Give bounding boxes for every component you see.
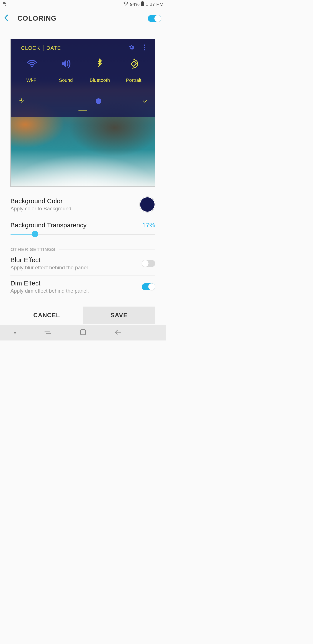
background-color-row[interactable]: Background Color Apply color to Backgrou… <box>10 193 155 217</box>
dim-effect-row[interactable]: Dim Effect Apply dim effect behind the p… <box>10 276 155 299</box>
battery-icon <box>141 1 144 8</box>
notification-panel-preview: CLOCK DATE Wi-Fi <box>11 39 155 117</box>
background-color-swatch[interactable] <box>140 197 155 212</box>
battery-pct: 94% <box>130 2 140 7</box>
clock-time: 1:27 PM <box>146 2 163 7</box>
qs-label: Bluetooth <box>90 73 110 83</box>
system-nav-bar <box>0 325 166 340</box>
app-header: COLORING <box>0 9 166 28</box>
button-bar: CANCEL SAVE <box>10 306 155 324</box>
transparency-value: 17% <box>142 222 155 229</box>
save-button[interactable]: SAVE <box>83 306 155 324</box>
setting-desc: Apply color to Background. <box>10 206 140 212</box>
svg-rect-1 <box>141 2 144 6</box>
setting-desc: Apply blur effect behind the panel. <box>10 264 142 271</box>
page-title: COLORING <box>13 14 148 22</box>
qs-wifi: Wi-Fi <box>15 58 49 87</box>
coloring-master-toggle[interactable] <box>148 15 161 22</box>
setting-title: Background Color <box>10 197 140 205</box>
svg-rect-7 <box>80 330 86 335</box>
svg-point-4 <box>144 49 145 50</box>
dim-effect-toggle[interactable] <box>142 283 155 290</box>
gear-icon <box>128 44 135 52</box>
setting-desc: Apply dim effect behind the panel. <box>10 288 142 294</box>
bluetooth-icon <box>96 58 103 69</box>
svg-point-6 <box>20 100 22 102</box>
home-button[interactable] <box>80 329 86 336</box>
setting-title: Dim Effect <box>10 280 142 287</box>
qs-label: Wi-Fi <box>26 73 37 83</box>
svg-point-3 <box>144 46 145 48</box>
sim-icon <box>2 1 7 8</box>
transparency-row: Background Transparency 17% <box>10 217 155 229</box>
cancel-button[interactable]: CANCEL <box>10 306 83 324</box>
section-label: OTHER SETTINGS <box>10 247 55 252</box>
svg-point-2 <box>144 44 145 46</box>
rotate-icon <box>128 58 139 69</box>
panel-tab-clock: CLOCK <box>18 45 43 51</box>
coloring-preview: CLOCK DATE Wi-Fi <box>10 39 155 187</box>
recents-button[interactable] <box>44 330 52 336</box>
brightness-icon <box>18 98 24 105</box>
svg-rect-0 <box>142 1 143 2</box>
blur-effect-toggle[interactable] <box>142 260 155 267</box>
more-icon <box>144 44 145 52</box>
setting-title: Blur Effect <box>10 256 142 264</box>
wifi-icon <box>123 2 129 7</box>
status-bar: 94% 1:27 PM <box>0 0 166 9</box>
back-button[interactable] <box>4 14 13 23</box>
qs-sound: Sound <box>49 58 83 87</box>
panel-tab-date: DATE <box>43 45 64 51</box>
chevron-down-icon <box>140 98 147 104</box>
qs-portrait: Portrait <box>117 58 151 87</box>
setting-title: Background Transparency <box>10 222 86 229</box>
panel-handle-icon <box>78 110 87 110</box>
nav-indicator-icon <box>14 332 16 334</box>
back-nav-button[interactable] <box>114 330 122 336</box>
svg-rect-5 <box>131 61 136 66</box>
sound-icon <box>60 58 71 69</box>
other-settings-header: OTHER SETTINGS <box>10 247 155 252</box>
qs-bluetooth: Bluetooth <box>83 58 117 87</box>
transparency-slider[interactable] <box>10 234 155 234</box>
blur-effect-row[interactable]: Blur Effect Apply blur effect behind the… <box>10 252 155 276</box>
qs-label: Sound <box>59 73 73 83</box>
wifi-icon <box>26 58 37 69</box>
panel-tab-divider <box>43 45 43 51</box>
brightness-slider <box>28 101 136 102</box>
qs-label: Portrait <box>126 73 141 83</box>
